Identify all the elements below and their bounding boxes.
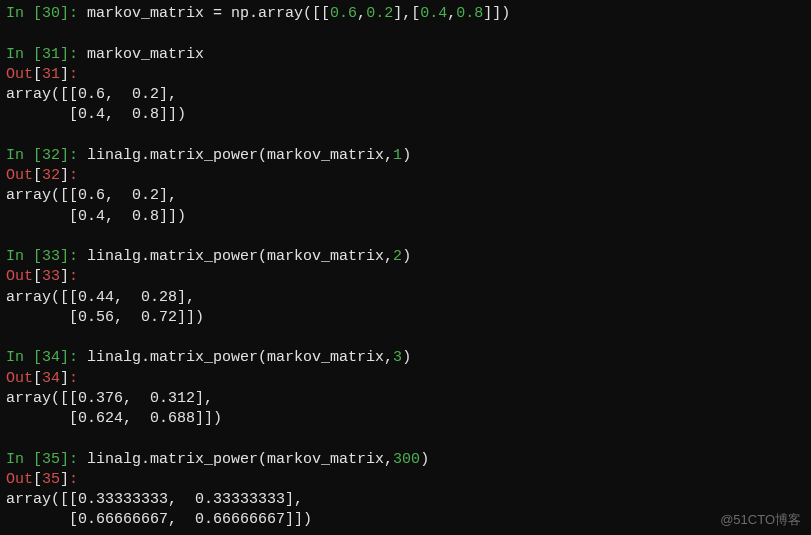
- out-prompt-number: 35: [42, 471, 60, 488]
- output-line-32-1: [0.4, 0.8]]): [6, 207, 805, 227]
- blank-line: [6, 429, 805, 449]
- out-prompt-label: Out: [6, 370, 33, 387]
- output-line-35-1: [0.66666667, 0.66666667]]): [6, 510, 805, 530]
- in-prompt-number: 31: [42, 46, 60, 63]
- output-label-34: Out[34]:: [6, 369, 805, 389]
- output-line-34-1: [0.624, 0.688]]): [6, 409, 805, 429]
- in-prompt-suffix: ]:: [60, 46, 87, 63]
- in-prompt-label: In [: [6, 451, 42, 468]
- out-prompt-label: Out: [6, 66, 33, 83]
- out-prompt-number: 31: [42, 66, 60, 83]
- in-prompt-number: 30: [42, 5, 60, 22]
- in-prompt-label: In [: [6, 349, 42, 366]
- out-prompt-label: Out: [6, 167, 33, 184]
- in-prompt-suffix: ]:: [60, 451, 87, 468]
- in-prompt-label: In [: [6, 147, 42, 164]
- in-prompt-suffix: ]:: [60, 5, 87, 22]
- blank-line: [6, 328, 805, 348]
- input-cell-31: In [31]: markov_matrix: [6, 45, 805, 65]
- in-prompt-label: In [: [6, 5, 42, 22]
- out-prompt-label: Out: [6, 471, 33, 488]
- output-label-32: Out[32]:: [6, 166, 805, 186]
- output-label-35: Out[35]:: [6, 470, 805, 490]
- in-prompt-number: 32: [42, 147, 60, 164]
- output-line-33-1: [0.56, 0.72]]): [6, 308, 805, 328]
- output-line-32-0: array([[0.6, 0.2],: [6, 186, 805, 206]
- in-prompt-suffix: ]:: [60, 147, 87, 164]
- in-prompt-number: 33: [42, 248, 60, 265]
- output-line-35-0: array([[0.33333333, 0.33333333],: [6, 490, 805, 510]
- input-cell-33: In [33]: linalg.matrix_power(markov_matr…: [6, 247, 805, 267]
- out-prompt-number: 34: [42, 370, 60, 387]
- blank-line: [6, 227, 805, 247]
- blank-line: [6, 24, 805, 44]
- in-prompt-label: In [: [6, 46, 42, 63]
- blank-line: [6, 126, 805, 146]
- output-label-31: Out[31]:: [6, 65, 805, 85]
- input-cell-32: In [32]: linalg.matrix_power(markov_matr…: [6, 146, 805, 166]
- in-prompt-suffix: ]:: [60, 349, 87, 366]
- output-line-33-0: array([[0.44, 0.28],: [6, 288, 805, 308]
- output-line-31-0: array([[0.6, 0.2],: [6, 85, 805, 105]
- out-prompt-label: Out: [6, 268, 33, 285]
- output-line-34-0: array([[0.376, 0.312],: [6, 389, 805, 409]
- input-cell-30: In [30]: markov_matrix = np.array([[0.6,…: [6, 4, 805, 24]
- output-line-31-1: [0.4, 0.8]]): [6, 105, 805, 125]
- input-cell-35: In [35]: linalg.matrix_power(markov_matr…: [6, 450, 805, 470]
- in-prompt-number: 34: [42, 349, 60, 366]
- output-label-33: Out[33]:: [6, 267, 805, 287]
- out-prompt-number: 32: [42, 167, 60, 184]
- out-prompt-number: 33: [42, 268, 60, 285]
- in-prompt-label: In [: [6, 248, 42, 265]
- in-prompt-suffix: ]:: [60, 248, 87, 265]
- ipython-terminal[interactable]: In [30]: markov_matrix = np.array([[0.6,…: [6, 4, 805, 531]
- in-prompt-number: 35: [42, 451, 60, 468]
- watermark-label: @51CTO博客: [720, 511, 801, 529]
- input-cell-34: In [34]: linalg.matrix_power(markov_matr…: [6, 348, 805, 368]
